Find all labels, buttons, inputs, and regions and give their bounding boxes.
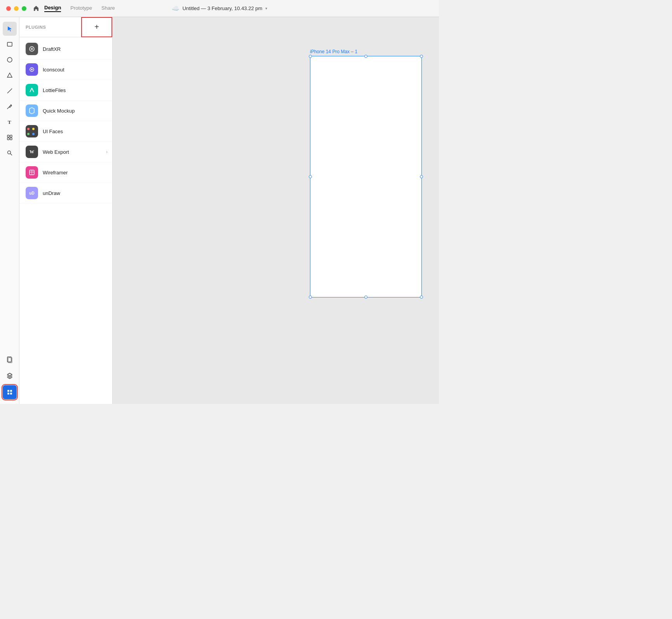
tab-design[interactable]: Design (44, 5, 61, 12)
svg-point-20 (31, 69, 33, 70)
svg-rect-8 (10, 138, 12, 140)
plugin-panel: PLUGINS + DraftXR (19, 17, 113, 404)
plugin-item-uifaces[interactable]: UI Faces (19, 121, 112, 142)
plugin-panel-header: PLUGINS + (19, 17, 112, 37)
plugin-list: DraftXR Iconscout Lot (19, 37, 112, 404)
line-tool[interactable] (3, 84, 17, 98)
document-title-area: ☁️ Untitled — 3 February, 10.43.22 pm ▾ (172, 5, 268, 12)
webexport-label: Web Export (43, 149, 69, 155)
maximize-button[interactable] (22, 6, 26, 11)
title-bar: Design Prototype Share ☁️ Untitled — 3 F… (0, 0, 439, 17)
frame-label: iPhone 14 Pro Max – 1 (310, 49, 357, 54)
handle-bottom-right[interactable] (420, 296, 423, 299)
pen-tool[interactable] (3, 99, 17, 113)
svg-rect-13 (7, 390, 9, 392)
handle-top-right[interactable] (420, 55, 423, 58)
tool-sidebar: T (0, 17, 19, 404)
plugins-label: PLUGINS (26, 25, 46, 30)
nav-tabs: Design Prototype Share (44, 5, 115, 12)
canvas-area[interactable]: iPhone 14 Pro Max – 1 (113, 17, 439, 404)
lottiefiles-label: LottieFiles (43, 87, 66, 93)
plugin-item-lottiefiles[interactable]: LottieFiles (19, 80, 112, 101)
cursor-tool[interactable] (3, 22, 17, 36)
tab-prototype[interactable]: Prototype (70, 5, 92, 12)
svg-point-3 (10, 104, 12, 106)
svg-rect-16 (10, 393, 12, 395)
svg-rect-15 (7, 393, 9, 395)
component-tool[interactable] (3, 130, 17, 144)
main-layout: T (0, 17, 439, 404)
pages-tool[interactable] (3, 353, 17, 367)
tab-share[interactable]: Share (101, 5, 115, 12)
svg-point-1 (7, 57, 12, 62)
svg-line-2 (7, 89, 12, 93)
undraw-icon: uD (26, 187, 38, 199)
lottiefiles-icon (26, 84, 38, 96)
minimize-button[interactable] (14, 6, 19, 11)
plugin-item-wireframer[interactable]: Wireframer (19, 162, 112, 183)
handle-top-left[interactable] (309, 55, 312, 58)
handle-middle-right[interactable] (420, 175, 423, 178)
quickmockup-icon (26, 104, 38, 117)
wireframer-icon (26, 166, 38, 179)
uifaces-label: UI Faces (43, 129, 63, 134)
bottom-tools (0, 353, 19, 399)
uifaces-icon (26, 125, 38, 137)
rectangle-tool[interactable] (3, 37, 17, 51)
quickmockup-label: Quick Mockup (43, 108, 75, 114)
svg-point-18 (31, 48, 33, 50)
triangle-tool[interactable] (3, 68, 17, 82)
svg-line-10 (10, 154, 12, 155)
plugin-item-undraw[interactable]: uD unDraw (19, 183, 112, 203)
layers-tool[interactable] (3, 369, 17, 383)
handle-bottom-left[interactable] (309, 296, 312, 299)
svg-rect-0 (7, 42, 12, 46)
search-tool[interactable] (3, 146, 17, 160)
cloud-icon: ☁️ (172, 5, 179, 12)
handle-bottom-middle[interactable] (364, 296, 367, 299)
selection-frame[interactable] (310, 56, 422, 297)
svg-rect-14 (10, 390, 12, 392)
chevron-down-icon[interactable]: ▾ (265, 6, 267, 10)
plugin-item-webexport[interactable]: W Web Export › (19, 142, 112, 162)
wireframer-label: Wireframer (43, 170, 68, 176)
handle-middle-left[interactable] (309, 175, 312, 178)
plugin-item-quickmockup[interactable]: Quick Mockup (19, 101, 112, 121)
svg-rect-7 (7, 138, 9, 140)
iconscout-label: Iconscout (43, 67, 64, 73)
iconscout-icon (26, 63, 38, 76)
plugins-tool[interactable] (3, 385, 17, 399)
ellipse-tool[interactable] (3, 53, 17, 67)
add-plugin-button[interactable]: + (81, 17, 112, 37)
undraw-label: unDraw (43, 190, 60, 196)
document-title: Untitled — 3 February, 10.43.22 pm (183, 5, 263, 11)
drafxr-icon (26, 43, 38, 55)
plugin-item-drafxr[interactable]: DraftXR (19, 39, 112, 59)
drafxr-label: DraftXR (43, 46, 61, 52)
home-icon[interactable] (33, 5, 40, 12)
handle-top-middle[interactable] (364, 55, 367, 58)
text-tool[interactable]: T (3, 115, 17, 129)
svg-rect-6 (10, 135, 12, 137)
svg-text:T: T (8, 119, 11, 125)
svg-rect-5 (7, 135, 9, 137)
webexport-icon: W (26, 146, 38, 158)
traffic-lights (6, 6, 26, 11)
webexport-arrow-icon: › (106, 149, 108, 155)
plugin-item-iconscout[interactable]: Iconscout (19, 59, 112, 80)
close-button[interactable] (6, 6, 11, 11)
